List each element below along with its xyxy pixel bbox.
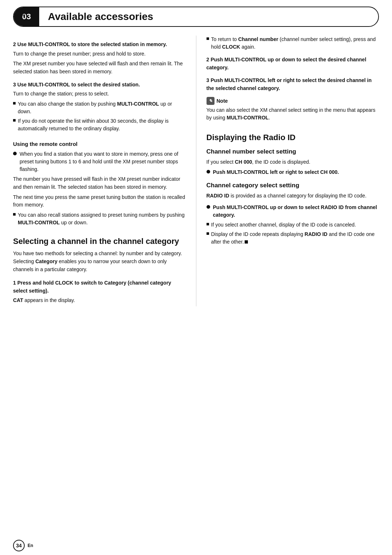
- selecting-heading: Selecting a channel in the channel categ…: [13, 237, 186, 246]
- step3-push-heading: 3 Push MULTI-CONTROL left or right to se…: [207, 77, 379, 92]
- note-text: You can also select the XM channel selec…: [207, 106, 379, 122]
- remote-bullet1-text: You can also recall stations assigned to…: [18, 211, 186, 227]
- bullet-icon: [207, 232, 209, 235]
- remote-para1: The number you have pressed will flash i…: [13, 175, 186, 191]
- remote-para2: The next time you press the same preset …: [13, 193, 186, 209]
- step3-select-heading: 3 Use MULTI-CONTROL to select the desire…: [13, 81, 186, 89]
- radio-id-step-text: Push MULTI-CONTROL up or down to select …: [213, 204, 379, 219]
- circle-icon: [13, 152, 17, 155]
- ch-category-para: RADIO ID is provided as a channel catego…: [207, 192, 379, 200]
- bullet-icon: [13, 213, 16, 216]
- select-bullet1-text: You can also change the station by pushi…: [18, 100, 186, 115]
- note-icon: ✎: [207, 97, 215, 105]
- bullet-icon: [13, 102, 16, 105]
- bullet-icon: [13, 119, 16, 122]
- ch-number-heading: Channel number select setting: [207, 148, 379, 155]
- ch-category-heading: Channel category select setting: [207, 182, 379, 189]
- step2-store-heading: 2 Use MULTI-CONTROL to store the selecte…: [13, 41, 186, 49]
- circle-icon: [207, 170, 210, 174]
- header-title: Available accessories: [39, 7, 162, 26]
- page-wrapper: Section 03 Available accessories 2 Use M…: [0, 7, 392, 555]
- col-left: 2 Use MULTI-CONTROL to store the selecte…: [13, 36, 196, 306]
- step1-press-heading: 1 Press and hold CLOCK to switch to Cate…: [13, 279, 186, 295]
- select-bullet1: You can also change the station by pushi…: [13, 100, 186, 115]
- store-para2: The XM preset number you have selected w…: [13, 60, 186, 76]
- page-lang: En: [28, 543, 33, 548]
- radio-bullet2: Display of the ID code repeats displayin…: [207, 230, 379, 246]
- remote-circle-text: When you find a station that you want to…: [20, 150, 186, 173]
- page-number: 34: [13, 540, 25, 551]
- bullet-icon: [207, 37, 209, 40]
- col-right: To return to Channel number (channel num…: [196, 36, 379, 306]
- ch-number-para: If you select CH 000, the ID code is dis…: [207, 158, 379, 166]
- return-bullet-text: To return to Channel number (channel num…: [211, 36, 379, 51]
- note-label: Note: [217, 98, 228, 104]
- step2-push-heading: 2 Push MULTI-CONTROL up or down to selec…: [207, 56, 379, 72]
- remote-bullet1: You can also recall stations assigned to…: [13, 211, 186, 227]
- radio-bullet1-text: If you select another channel, display o…: [211, 221, 356, 229]
- circle-icon: [207, 205, 210, 209]
- select-bullet2-text: If you do not operate the list within ab…: [18, 117, 186, 132]
- store-para1: Turn to change the preset number; press …: [13, 50, 186, 58]
- ch-number-bullet: Push MULTI-CONTROL left or right to sele…: [207, 168, 379, 176]
- header-bar: 03 Available accessories: [13, 7, 379, 27]
- selecting-section: Selecting a channel in the channel categ…: [13, 237, 186, 304]
- step1-para: CAT appears in the display.: [13, 297, 186, 305]
- note-box: ✎ Note You can also select the XM channe…: [207, 97, 379, 122]
- page-number-area: 34 En: [13, 540, 33, 551]
- select-bullet2: If you do not operate the list within ab…: [13, 117, 186, 132]
- bullet-icon: [207, 223, 209, 225]
- radio-bullet2-text: Display of the ID code repeats displayin…: [211, 230, 379, 246]
- radio-id-heading: Displaying the Radio ID: [207, 133, 379, 142]
- radio-id-step: Push MULTI-CONTROL up or down to select …: [207, 204, 379, 219]
- content-area: 2 Use MULTI-CONTROL to store the selecte…: [0, 36, 392, 306]
- selecting-para: You have two methods for selecting a cha…: [13, 250, 186, 273]
- ch-number-bullet-text: Push MULTI-CONTROL left or right to sele…: [213, 168, 339, 176]
- remote-circle-bullet: When you find a station that you want to…: [13, 150, 186, 173]
- select-para: Turn to change the station; press to sel…: [13, 90, 186, 98]
- radio-bullet1: If you select another channel, display o…: [207, 221, 379, 229]
- remote-heading: Using the remote control: [13, 140, 186, 148]
- section-label: Section: [13, 13, 25, 17]
- return-bullet: To return to Channel number (channel num…: [207, 36, 379, 51]
- end-square-icon: [245, 240, 248, 244]
- note-title: ✎ Note: [207, 97, 379, 105]
